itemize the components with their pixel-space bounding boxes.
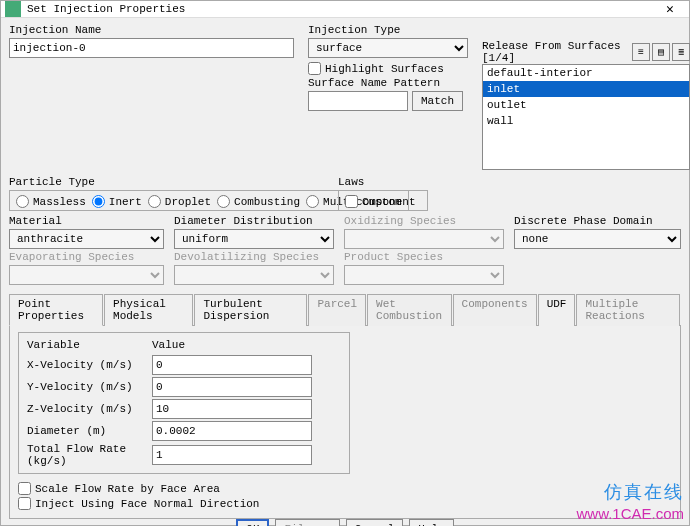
scale-flow-checkbox[interactable]	[18, 482, 31, 495]
dpd-label: Discrete Phase Domain	[514, 215, 681, 227]
tab-turbulent-dispersion[interactable]: Turbulent Dispersion	[194, 294, 307, 326]
oxidizing-select	[344, 229, 504, 249]
evap-select	[9, 265, 164, 285]
tab-components[interactable]: Components	[453, 294, 537, 326]
tab-physical-models[interactable]: Physical Models	[104, 294, 193, 326]
help-button[interactable]: Help	[409, 519, 453, 526]
diameter-dist-select[interactable]: uniform	[174, 229, 334, 249]
titlebar: Set Injection Properties ✕	[1, 1, 689, 18]
injection-name-label: Injection Name	[9, 24, 294, 36]
highlight-surfaces-label: Highlight Surfaces	[325, 63, 444, 75]
injection-type-label: Injection Type	[308, 24, 468, 36]
list-item[interactable]: wall	[483, 113, 689, 129]
laws-group: Custom	[338, 190, 409, 211]
face-normal-checkbox[interactable]	[18, 497, 31, 510]
tab-parcel[interactable]: Parcel	[308, 294, 366, 326]
devol-select	[174, 265, 334, 285]
radio-droplet[interactable]: Droplet	[148, 195, 211, 208]
dpd-select[interactable]: none	[514, 229, 681, 249]
tab-wet-combustion[interactable]: Wet Combustion	[367, 294, 452, 326]
injection-name-input[interactable]	[9, 38, 294, 58]
custom-laws-checkbox[interactable]	[345, 195, 358, 208]
tab-multiple-reactions[interactable]: Multiple Reactions	[576, 294, 680, 326]
deselect-icon[interactable]: ▤	[652, 43, 670, 61]
yvel-label: Y-Velocity (m/s)	[27, 381, 152, 393]
list-item[interactable]: inlet	[483, 81, 689, 97]
ok-button[interactable]: OK	[236, 519, 269, 526]
highlight-surfaces-checkbox[interactable]	[308, 62, 321, 75]
radio-massless[interactable]: Massless	[16, 195, 86, 208]
tab-udf[interactable]: UDF	[538, 294, 576, 326]
radio-combusting[interactable]: Combusting	[217, 195, 300, 208]
product-label: Product Species	[344, 251, 504, 263]
material-label: Material	[9, 215, 164, 227]
variable-header: Variable	[27, 339, 152, 353]
surface-list[interactable]: default-interior inlet outlet wall	[482, 64, 690, 170]
tab-point-properties[interactable]: Point Properties	[9, 294, 103, 326]
invert-icon[interactable]: ≣	[672, 43, 690, 61]
product-select	[344, 265, 504, 285]
match-button[interactable]: Match	[412, 91, 463, 111]
surface-pattern-label: Surface Name Pattern	[308, 77, 468, 89]
file-button[interactable]: File...	[275, 519, 339, 526]
dialog-footer: OK File... Cancel Help	[1, 519, 689, 526]
close-icon[interactable]: ✕	[655, 1, 685, 17]
list-item[interactable]: outlet	[483, 97, 689, 113]
face-normal-label: Inject Using Face Normal Direction	[35, 498, 259, 510]
xvel-label: X-Velocity (m/s)	[27, 359, 152, 371]
value-header: Value	[152, 339, 312, 353]
injection-type-select[interactable]: surface	[308, 38, 468, 58]
evap-label: Evaporating Species	[9, 251, 164, 263]
diameter-input[interactable]	[152, 421, 312, 441]
cancel-button[interactable]: Cancel	[346, 519, 404, 526]
release-surfaces-label: Release From Surfaces [1/4]	[482, 40, 632, 64]
custom-laws-text: Custom	[362, 196, 402, 208]
point-properties-panel: Variable Value X-Velocity (m/s) Y-Veloci…	[9, 326, 681, 519]
xvel-input[interactable]	[152, 355, 312, 375]
yvel-input[interactable]	[152, 377, 312, 397]
laws-label: Laws	[338, 176, 408, 188]
scale-flow-label: Scale Flow Rate by Face Area	[35, 483, 220, 495]
diameter-dist-label: Diameter Distribution	[174, 215, 334, 227]
list-item[interactable]: default-interior	[483, 65, 689, 81]
app-icon	[5, 1, 21, 17]
tabs: Point Properties Physical Models Turbule…	[9, 293, 681, 326]
zvel-input[interactable]	[152, 399, 312, 419]
oxidizing-label: Oxidizing Species	[344, 215, 504, 227]
flow-input[interactable]	[152, 445, 312, 465]
devol-label: Devolatilizing Species	[174, 251, 334, 263]
radio-inert[interactable]: Inert	[92, 195, 142, 208]
flow-label: Total Flow Rate (kg/s)	[27, 443, 152, 467]
diameter-label: Diameter (m)	[27, 425, 152, 437]
select-all-icon[interactable]: ≡	[632, 43, 650, 61]
material-select[interactable]: anthracite	[9, 229, 164, 249]
window-title: Set Injection Properties	[27, 3, 655, 15]
zvel-label: Z-Velocity (m/s)	[27, 403, 152, 415]
particle-type-label: Particle Type	[9, 176, 324, 188]
surface-pattern-input[interactable]	[308, 91, 408, 111]
